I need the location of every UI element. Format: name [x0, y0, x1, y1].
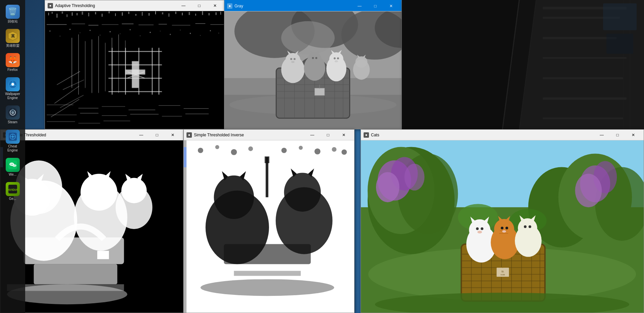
svg-rect-26 — [77, 13, 77, 15]
svg-point-282 — [505, 227, 508, 229]
adaptive-thresholding-window: ■ Adaptive Thresholding — □ ✕ — [45, 0, 226, 129]
svg-point-225 — [281, 148, 287, 153]
svg-rect-33 — [122, 12, 123, 16]
cheat-icon — [6, 130, 20, 144]
svg-rect-187 — [606, 34, 633, 54]
svg-rect-115 — [185, 114, 209, 114]
svg-point-227 — [314, 148, 320, 154]
gray-close-btn[interactable]: ✕ — [383, 1, 399, 11]
steam-icon — [6, 105, 20, 120]
svg-rect-64 — [105, 43, 105, 91]
svg-point-93 — [120, 33, 120, 34]
svg-point-221 — [198, 148, 203, 153]
svg-point-102 — [210, 30, 211, 31]
svg-rect-110 — [47, 115, 77, 115]
svg-rect-75 — [152, 48, 153, 94]
svg-rect-105 — [78, 108, 99, 108]
svg-point-160 — [334, 57, 336, 59]
svg-rect-175 — [543, 37, 616, 39]
gray-minimize-btn[interactable]: — — [352, 1, 367, 11]
svg-rect-46 — [209, 13, 209, 15]
svg-point-224 — [248, 146, 253, 151]
simple-thresh-minimize-btn[interactable]: — — [133, 130, 149, 140]
svg-point-229 — [341, 149, 347, 155]
svg-point-283 — [502, 230, 506, 232]
adaptive-close-btn[interactable]: ✕ — [207, 0, 223, 11]
svg-rect-37 — [149, 13, 150, 16]
svg-rect-68 — [108, 51, 162, 52]
simple-thresh-titlebar: ■ Simple Thresholded — □ ✕ — [0, 130, 183, 140]
adaptive-minimize-btn[interactable]: — — [176, 0, 191, 11]
taskbar-icon-wallpaper[interactable]: WallpaperEngine — [3, 76, 23, 101]
scrollbar-inv-handle[interactable] — [184, 147, 186, 167]
simple-thresh-controls: — □ ✕ — [133, 130, 180, 140]
svg-rect-52 — [102, 25, 118, 25]
svg-rect-72 — [112, 48, 112, 94]
recycle-label: 回收站 — [8, 19, 18, 24]
svg-rect-179 — [543, 77, 623, 79]
wallpaper-label: WallpaperEngine — [5, 92, 20, 100]
svg-point-245 — [575, 174, 602, 207]
svg-rect-116 — [47, 121, 75, 122]
gray-maximize-btn[interactable]: □ — [368, 1, 383, 11]
svg-point-16 — [12, 164, 12, 165]
cheat-label: CheatEngine — [7, 144, 18, 152]
taskbar-icon-steam[interactable]: Steam — [3, 104, 23, 126]
taskbar-icon-cheat[interactable]: CheatEngine — [3, 128, 23, 154]
svg-rect-47 — [215, 12, 217, 15]
cats-window: ■ Cats — □ ✕ — [361, 129, 644, 313]
svg-text:8-305: 8-305 — [501, 274, 505, 276]
dark-panel-image — [402, 0, 644, 129]
simple-thresh-inv-maximize-btn[interactable]: □ — [320, 130, 336, 140]
dark-panel — [402, 0, 644, 129]
adaptive-maximize-btn[interactable]: □ — [192, 0, 207, 11]
cats-window-icon: ■ — [364, 132, 369, 138]
svg-rect-118 — [103, 121, 130, 121]
scrollbar-inv[interactable] — [184, 140, 186, 313]
svg-rect-202 — [24, 237, 124, 264]
svg-point-15 — [10, 164, 11, 165]
gray-window-icon: ■ — [227, 3, 232, 9]
svg-rect-62 — [92, 39, 92, 93]
cats-maximize-btn[interactable]: □ — [610, 130, 625, 140]
svg-rect-30 — [102, 14, 102, 17]
simple-thresh-inv-close-btn[interactable]: ✕ — [336, 130, 352, 140]
simple-thresh-maximize-btn[interactable]: □ — [149, 130, 165, 140]
svg-rect-104 — [47, 105, 73, 105]
svg-rect-113 — [130, 114, 159, 115]
svg-point-276 — [494, 219, 514, 239]
taskbar-icon-wechat[interactable]: We... — [3, 156, 23, 178]
svg-text:NVIDIA: NVIDIA — [8, 188, 18, 191]
taskbar-icon-league[interactable]: 英 英雄联盟 — [3, 28, 23, 49]
taskbar-icon-recycle[interactable]: 🗑️ 回收站 — [3, 3, 23, 25]
taskbar-icon-firefox[interactable]: 🦊 Firefox — [3, 52, 23, 73]
svg-rect-216 — [224, 244, 311, 264]
svg-point-87 — [60, 36, 60, 36]
svg-point-285 — [518, 218, 537, 238]
svg-rect-203 — [34, 264, 117, 284]
cats-minimize-btn[interactable]: — — [594, 130, 609, 140]
svg-rect-76 — [159, 48, 159, 94]
simple-thresh-close-btn[interactable]: ✕ — [165, 130, 180, 140]
svg-rect-186 — [603, 3, 637, 30]
svg-rect-31 — [108, 11, 110, 13]
svg-point-103 — [218, 33, 219, 33]
svg-rect-59 — [72, 38, 72, 88]
desktop: 🗑️ 回收站 英 英雄联盟 🦊 Firefox — [0, 0, 644, 313]
recycle-icon: 🗑️ — [6, 5, 20, 19]
svg-point-149 — [291, 61, 294, 63]
svg-text:英: 英 — [10, 34, 15, 38]
svg-rect-23 — [62, 12, 63, 14]
cats-close-btn[interactable]: ✕ — [626, 130, 641, 140]
simple-thresh-inv-minimize-btn[interactable]: — — [305, 130, 320, 140]
league-icon: 英 — [6, 29, 20, 43]
svg-point-14 — [12, 164, 16, 167]
svg-rect-44 — [195, 14, 196, 16]
svg-point-241 — [376, 172, 399, 202]
gray-content — [224, 11, 401, 129]
svg-rect-55 — [159, 24, 167, 25]
svg-point-222 — [215, 145, 219, 149]
cats-content: St. 8-305 — [361, 140, 644, 313]
taskbar-icon-nvidia[interactable]: NVIDIA Ge... — [3, 181, 23, 202]
gray-title: Gray — [234, 4, 352, 8]
